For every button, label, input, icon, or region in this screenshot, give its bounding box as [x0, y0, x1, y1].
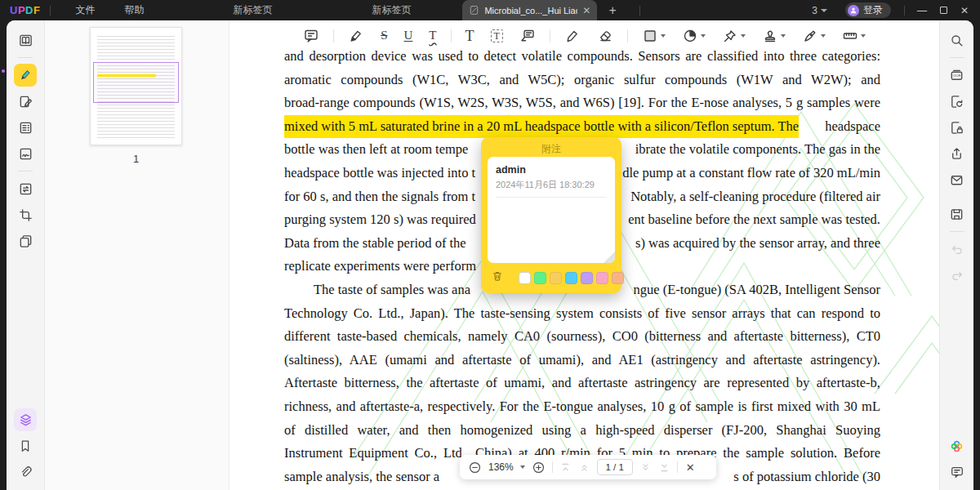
close-toolbar-button[interactable]: ✕: [686, 461, 695, 474]
note-color-swatch[interactable]: [534, 272, 546, 284]
document-text: different taste-based chemicals, namely …: [284, 328, 880, 344]
rectangle-shape-button[interactable]: [639, 26, 668, 46]
note-color-swatch[interactable]: [565, 272, 577, 284]
document-line: Aftertaste bitterness, the aftertaste of…: [284, 372, 880, 395]
protect-pdf-button[interactable]: [946, 116, 969, 139]
logo-letter: D: [25, 4, 33, 16]
next-page-icon[interactable]: [639, 461, 652, 474]
document-viewport[interactable]: and desorption device was used to detect…: [229, 51, 939, 490]
comment-tool-button[interactable]: [14, 64, 37, 87]
document-line: aromatic compounds (W1C, W3C, and W5C); …: [284, 69, 880, 92]
ellipse-shape-button[interactable]: [679, 26, 708, 46]
tab-new-2[interactable]: 新标签页: [330, 3, 452, 17]
dropdown-caret-icon: [821, 34, 826, 38]
sidebar-divider: [950, 57, 964, 58]
ruler-icon: [842, 28, 858, 44]
delete-note-button[interactable]: [491, 270, 504, 286]
document-text: bottle was then left at room tempe: [284, 138, 468, 162]
note-color-swatch[interactable]: [581, 272, 593, 284]
notification-dropdown[interactable]: 3: [812, 5, 827, 16]
note-color-swatch[interactable]: [596, 272, 608, 284]
minimize-button[interactable]: —: [911, 5, 933, 16]
document-text: headspace: [825, 115, 880, 139]
ocr-button[interactable]: OCR: [946, 64, 969, 87]
squiggly-underline-button[interactable]: T: [426, 28, 439, 43]
zoom-dropdown-caret-icon[interactable]: [520, 466, 525, 469]
eraser-button[interactable]: [595, 26, 616, 46]
pen-nib-icon: [802, 28, 818, 44]
bookmark-button[interactable]: [14, 434, 37, 457]
toolbar-divider: [451, 29, 452, 42]
document-text: ent baseline before the next sample was …: [628, 208, 880, 232]
measure-button[interactable]: [840, 26, 868, 46]
note-color-swatch[interactable]: [519, 272, 531, 284]
previous-page-icon[interactable]: [578, 461, 590, 474]
tab-document-active[interactable]: Microbial_co..._Hui Liao_01 ✕: [462, 0, 597, 20]
note-popup-body[interactable]: admin 2024年11月6日 18:30:29: [488, 157, 615, 263]
reader-icon: [18, 33, 33, 48]
note-color-swatch[interactable]: [612, 272, 624, 284]
menu-help[interactable]: 帮助: [109, 3, 158, 17]
titlebar-separator: [50, 6, 51, 16]
last-page-icon[interactable]: [658, 461, 670, 474]
attachment-button[interactable]: [14, 461, 37, 483]
callout-button[interactable]: [517, 26, 538, 46]
share-button[interactable]: [946, 142, 969, 165]
document-line: Technology Co. Ltd., Japan). The taste-s…: [284, 302, 880, 326]
new-tab-button[interactable]: +: [608, 4, 616, 17]
pin-sticker-button[interactable]: [719, 26, 748, 46]
text-box-icon: T: [491, 29, 503, 42]
maximize-button[interactable]: [933, 5, 954, 16]
thumbnail-highlight-mark: [97, 74, 156, 77]
save-button[interactable]: [946, 203, 969, 225]
crop-button[interactable]: [14, 203, 37, 226]
comment-icon: [303, 28, 319, 44]
text-comment-button[interactable]: T: [463, 27, 477, 45]
note-comment-button[interactable]: [301, 26, 322, 46]
close-window-button[interactable]: ✕: [954, 5, 975, 16]
zoom-in-icon[interactable]: [532, 461, 546, 474]
highlight-text-button[interactable]: [345, 26, 367, 46]
zoom-level-value[interactable]: 136%: [488, 461, 514, 473]
search-button[interactable]: [946, 29, 969, 51]
note-color-swatch[interactable]: [550, 272, 562, 284]
ai-tools-button[interactable]: [14, 408, 37, 431]
thumbnail-viewport-indicator[interactable]: [93, 62, 179, 103]
pencil-button[interactable]: [562, 26, 583, 46]
page-number-input[interactable]: [597, 459, 633, 475]
stamp-button[interactable]: [760, 26, 788, 46]
note-popup[interactable]: 附注 admin 2024年11月6日 18:30:29: [481, 137, 621, 293]
strikethrough-button[interactable]: S: [378, 28, 390, 43]
document-pane: S U T T T: [229, 20, 939, 490]
zoom-out-icon[interactable]: [468, 461, 482, 474]
ai-assistant-button[interactable]: [946, 434, 969, 457]
organize-pages-button[interactable]: [14, 116, 37, 139]
compress-pdf-button[interactable]: [946, 90, 969, 113]
feedback-button[interactable]: [946, 461, 969, 483]
bookmark-icon: [18, 439, 33, 453]
document-text: Aftertaste bitterness, the aftertaste of…: [284, 375, 880, 390]
login-button[interactable]: 登录: [845, 2, 891, 18]
resize-handle[interactable]: [604, 252, 615, 263]
signature-button[interactable]: [800, 26, 828, 46]
fill-sign-button[interactable]: [14, 142, 37, 165]
tab-close-icon[interactable]: ✕: [582, 6, 590, 16]
document-text: Notably, a self-cleaning procedure (filt…: [630, 185, 880, 209]
reader-mode-button[interactable]: [14, 29, 37, 51]
sidebar-divider: [18, 171, 33, 172]
batch-process-button[interactable]: [14, 229, 37, 252]
callout-icon: [519, 28, 536, 44]
menu-file[interactable]: 文件: [60, 3, 109, 17]
window-right-edge: [973, 20, 980, 490]
redo-button[interactable]: [946, 264, 969, 287]
chevron-down-icon: [821, 9, 827, 12]
undo-button[interactable]: [946, 238, 969, 261]
convert-pdf-button[interactable]: [14, 177, 37, 200]
tab-new-1[interactable]: 新标签页: [191, 3, 314, 17]
email-button[interactable]: [946, 168, 969, 191]
page-thumbnail[interactable]: [90, 27, 182, 145]
underline-button[interactable]: U: [401, 28, 415, 43]
edit-pdf-button[interactable]: [14, 90, 37, 113]
text-box-button[interactable]: T: [488, 28, 506, 44]
first-page-icon[interactable]: [559, 461, 572, 474]
